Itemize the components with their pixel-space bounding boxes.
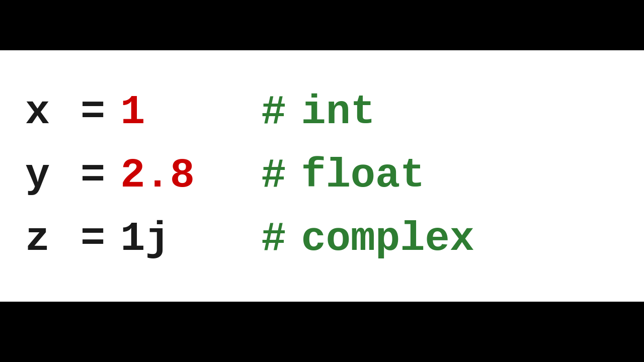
- hash-z: #: [261, 217, 286, 262]
- line-y: y = 2.8 # float: [25, 144, 624, 208]
- bottom-black-bar: [0, 302, 644, 362]
- hash-y: #: [261, 153, 286, 199]
- equals-x: =: [80, 90, 105, 135]
- var-y: y: [25, 153, 65, 199]
- code-content-area: x = 1 # int y = 2.8 # float z = 1j # com…: [0, 50, 644, 302]
- type-z: complex: [301, 217, 474, 262]
- type-y: float: [301, 153, 425, 199]
- line-x: x = 1 # int: [25, 81, 624, 144]
- value-y: 2.8: [120, 153, 221, 199]
- hash-x: #: [261, 90, 286, 135]
- top-black-bar: [0, 0, 644, 50]
- line-z: z = 1j # complex: [25, 208, 624, 271]
- equals-z: =: [80, 217, 105, 262]
- equals-y: =: [80, 153, 105, 199]
- value-x: 1: [120, 90, 221, 135]
- type-x: int: [301, 90, 375, 135]
- var-z: z: [25, 217, 65, 262]
- value-z: 1j: [120, 217, 221, 262]
- var-x: x: [25, 90, 65, 135]
